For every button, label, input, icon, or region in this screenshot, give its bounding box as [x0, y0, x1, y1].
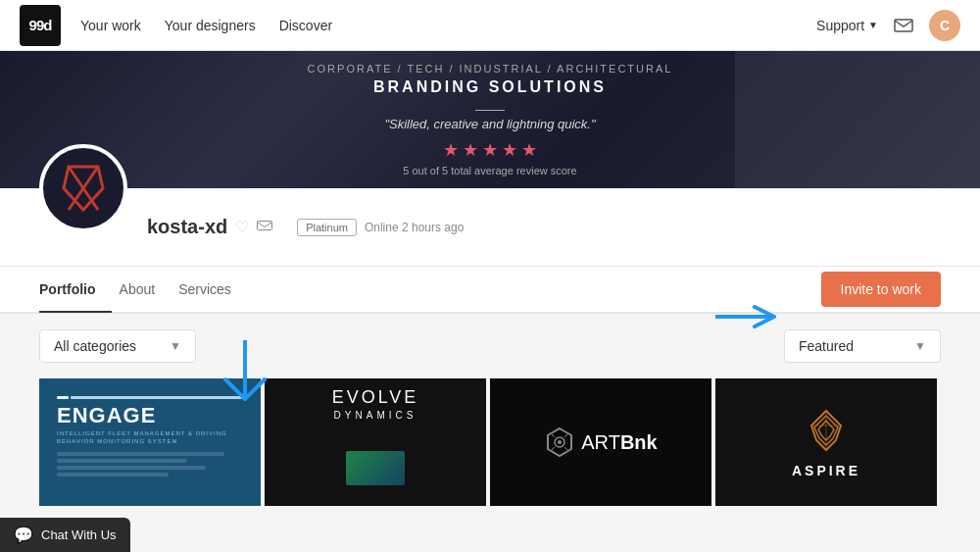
logo-text: 99d	[29, 17, 52, 33]
designer-avatar	[39, 144, 127, 232]
categories-chevron-icon: ▼	[170, 339, 181, 353]
svg-rect-0	[895, 20, 912, 31]
evolve-subtitle: DYNAMICS	[334, 410, 417, 421]
artbnk-logo: ARTBnk	[544, 427, 657, 458]
portfolio-item-engage[interactable]: ENGAGE INTELLIGENT FLEET MANAGEMENT & DR…	[39, 378, 261, 506]
categories-dropdown[interactable]: All categories ▼	[39, 329, 196, 363]
engage-title: ENGAGE	[57, 403, 243, 428]
artbnk-text: ARTBnk	[581, 431, 657, 454]
tab-about[interactable]: About	[120, 268, 172, 311]
profile-info: kosta-xd ♡ Platinum Online 2 hours ago	[147, 216, 464, 266]
svg-rect-4	[258, 221, 272, 229]
header-right: Support ▼ C	[816, 10, 960, 41]
logo[interactable]: 99d	[20, 5, 61, 46]
portfolio-item-aspire[interactable]: ASPIRE	[715, 378, 937, 506]
svg-line-11	[564, 447, 567, 450]
evolve-title: EVOLVE	[332, 387, 419, 408]
profile-section: kosta-xd ♡ Platinum Online 2 hours ago	[0, 188, 980, 267]
online-status: Online 2 hours ago	[365, 221, 464, 234]
sort-chevron-icon: ▼	[914, 339, 926, 353]
portfolio-grid: ENGAGE INTELLIGENT FLEET MANAGEMENT & DR…	[0, 378, 980, 510]
header: 99d Your work Your designers Discover Su…	[0, 0, 980, 51]
nav-discover[interactable]: Discover	[279, 18, 332, 33]
chevron-down-icon: ▼	[868, 20, 878, 30]
svg-point-7	[558, 440, 562, 444]
message-icon[interactable]	[257, 220, 272, 235]
svg-line-9	[564, 434, 567, 437]
aspire-icon	[802, 406, 851, 455]
svg-line-10	[552, 447, 555, 450]
chat-widget[interactable]: 💬 Chat With Us	[0, 518, 130, 552]
engage-subtitle: INTELLIGENT FLEET MANAGEMENT & DRIVINGBE…	[57, 430, 243, 446]
badge-platinum: Platinum	[297, 219, 357, 236]
mail-icon[interactable]	[894, 16, 913, 35]
categories-label: All categories	[54, 338, 136, 354]
filters-row: All categories ▼ Featured ▼	[0, 314, 980, 378]
engage-lines	[57, 452, 243, 479]
portfolio-item-evolve[interactable]: EVOLVE DYNAMICS	[265, 378, 486, 506]
hero-divider	[475, 110, 505, 111]
svg-line-8	[552, 434, 555, 437]
chat-label: Chat With Us	[41, 527, 117, 542]
hero-banner: CORPORATE / TECH / INDUSTRIAL / ARCHITEC…	[0, 51, 980, 188]
invite-to-work-button[interactable]: Invite to work	[821, 272, 941, 307]
support-button[interactable]: Support ▼	[816, 18, 878, 33]
avatar-logo	[54, 159, 113, 218]
sort-label: Featured	[799, 338, 854, 354]
star-4: ★	[502, 139, 517, 161]
star-2: ★	[463, 139, 478, 161]
star-5: ★	[521, 139, 537, 161]
aspire-text: ASPIRE	[792, 463, 860, 478]
tab-portfolio[interactable]: Portfolio	[39, 268, 112, 311]
star-rating: ★ ★ ★ ★ ★	[443, 139, 537, 161]
tabs: Portfolio About Services	[39, 268, 255, 311]
main-nav: Your work Your designers Discover	[80, 18, 332, 33]
hero-subtitle: CORPORATE / TECH / INDUSTRIAL / ARCHITEC…	[308, 63, 673, 75]
nav-your-work[interactable]: Your work	[80, 18, 141, 33]
nav-your-designers[interactable]: Your designers	[165, 18, 256, 33]
profile-area: kosta-xd ♡ Platinum Online 2 hours ago	[0, 188, 980, 267]
tab-services[interactable]: Services	[178, 268, 247, 311]
tabs-row: Portfolio About Services Invite to work	[0, 267, 980, 314]
designer-name: kosta-xd	[147, 216, 227, 238]
star-1: ★	[443, 139, 459, 161]
chat-bubble-icon: 💬	[14, 526, 33, 544]
sort-dropdown[interactable]: Featured ▼	[784, 329, 941, 363]
star-3: ★	[482, 139, 498, 161]
artbnk-hex-icon	[544, 427, 575, 458]
hero-quote: "Skilled, creative and lightning quick."	[384, 117, 595, 131]
rating-text: 5 out of 5 total average review score	[403, 165, 576, 176]
avatar[interactable]: C	[929, 10, 960, 41]
portfolio-item-artbnk[interactable]: ARTBnk	[490, 378, 711, 506]
hero-title: BRANDING SOLUTIONS	[373, 78, 607, 96]
heart-icon[interactable]: ♡	[235, 218, 249, 236]
